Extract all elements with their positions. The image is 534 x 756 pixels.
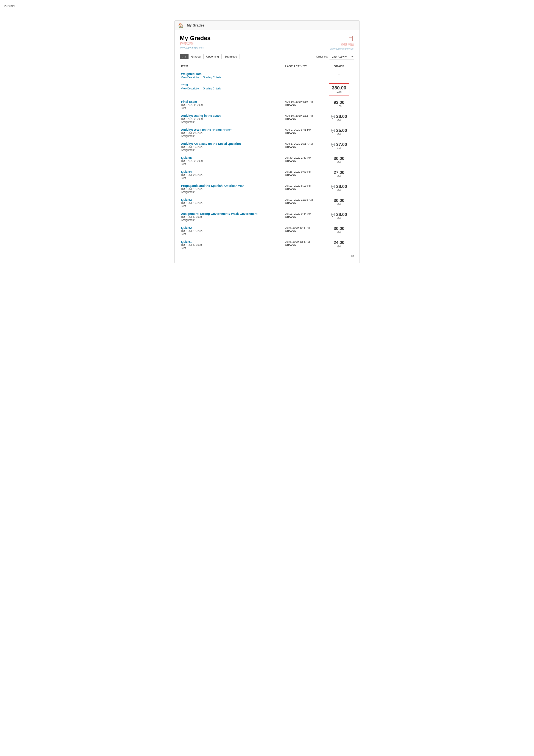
tab-graded[interactable]: Graded xyxy=(189,54,203,59)
activity-time: Jul 9, 2020 6:44 PM xyxy=(285,226,322,229)
grade-wrap: 💬28.00/30 xyxy=(325,114,353,122)
date-header: 2020/9/7 xyxy=(4,4,530,8)
item-name[interactable]: Quiz #3 xyxy=(181,198,283,202)
col-last-activity: LAST ACTIVITY xyxy=(284,63,324,70)
brand-name: 托谱网课 xyxy=(180,41,211,46)
item-type: Test xyxy=(181,247,283,250)
sub-link[interactable]: View Description xyxy=(181,76,200,79)
item-due: DUE: JUL 5, 2020 xyxy=(181,216,283,219)
grade-cell: 24.00/30 xyxy=(324,238,354,252)
pagination: 1/2 xyxy=(351,255,354,258)
grade-cell: 27.00/30 xyxy=(324,168,354,182)
table-row: Quiz #3DUE: JUL 19, 2020TestJul 17, 2020… xyxy=(180,196,354,210)
item-cell: Quiz #1DUE: JUL 5, 2020Test xyxy=(180,238,284,252)
item-type: Test xyxy=(181,204,283,207)
item-name[interactable]: Quiz #2 xyxy=(181,226,283,230)
sub-link[interactable]: Grading Criteria xyxy=(203,76,221,79)
graded-badge: GRADED xyxy=(285,201,322,204)
item-name[interactable]: Assignment: Strong Government / Weak Gov… xyxy=(181,212,283,216)
activity-time: Jul 26, 2020 9:09 PM xyxy=(285,170,322,173)
item-type: Test xyxy=(181,162,283,166)
last-activity-cell: Jul 30, 2020 1:47 AMGRADED xyxy=(284,154,324,168)
last-activity-cell: Jul 26, 2020 9:09 PMGRADED xyxy=(284,168,324,182)
item-name[interactable]: Quiz #1 xyxy=(181,240,283,244)
graded-badge: GRADED xyxy=(285,117,322,120)
last-activity-cell: Aug 9, 2020 6:41 PMGRADED xyxy=(284,126,324,140)
item-due: DUE: AUG 2, 2020 xyxy=(181,118,283,121)
graded-badge: GRADED xyxy=(285,131,322,134)
grade-cell: 30.00/30 xyxy=(324,224,354,238)
total-grade-box: 380.00/410 xyxy=(329,83,349,95)
item-name[interactable]: Quiz #4 xyxy=(181,170,283,174)
comment-icon: 💬 xyxy=(331,185,335,189)
grade-total: /410 xyxy=(332,91,346,94)
table-header-row: ITEM LAST ACTIVITY GRADE xyxy=(180,63,354,70)
comment-icon: 💬 xyxy=(331,115,335,119)
grades-table: ITEM LAST ACTIVITY GRADE Weighted TotalV… xyxy=(180,63,354,252)
item-name[interactable]: Propaganda and the Spanish-American War xyxy=(181,184,283,187)
table-row: Quiz #4DUE: JUL 26, 2020TestJul 26, 2020… xyxy=(180,168,354,182)
grade-value: 30.00 xyxy=(334,156,344,161)
page-info: 1/2 xyxy=(180,254,354,259)
filter-tabs: All Graded Upcoming Submitted Order by: … xyxy=(180,54,354,60)
item-cell: Assignment: Strong Government / Weak Gov… xyxy=(180,210,284,224)
item-name[interactable]: Activity: An Essay on the Social Questio… xyxy=(181,142,283,146)
home-icon[interactable]: 🏠 xyxy=(178,23,184,28)
table-row: Activity: Dating in the 1950sDUE: AUG 2,… xyxy=(180,112,354,126)
grade-cell: 30.00/30 xyxy=(324,154,354,168)
tab-submitted[interactable]: Submitted xyxy=(222,54,240,59)
table-row: TotalView DescriptionGrading Criteria380… xyxy=(180,81,354,98)
comment-icon: 💬 xyxy=(331,129,335,133)
item-name[interactable]: Activity: Dating in the 1950s xyxy=(181,114,283,118)
brand-url: www.topwangke.com xyxy=(180,46,211,49)
item-name[interactable]: Final Exam xyxy=(181,100,283,103)
last-activity-cell: Jul 11, 2020 9:44 AMGRADED xyxy=(284,210,324,224)
grade-value: 28.00 xyxy=(336,114,347,119)
grades-header: My Grades 托谱网课 www.topwangke.com ⛩ 托谱网课 … xyxy=(180,35,354,50)
item-cell: Activity: WWII on the "Home Front"DUE: J… xyxy=(180,126,284,140)
grade-value: 37.00 xyxy=(336,142,347,147)
grade-total: /30 xyxy=(325,245,353,248)
item-due: DUE: AUG 9, 2020 xyxy=(181,103,283,106)
graded-badge: GRADED xyxy=(285,243,322,246)
tab-all[interactable]: All xyxy=(180,54,189,59)
item-name[interactable]: Weighted Total xyxy=(181,72,283,76)
grade-value: 30.00 xyxy=(334,226,344,231)
last-activity-cell: Jul 17, 2020 12:38 AMGRADED xyxy=(284,196,324,210)
sub-link[interactable]: View Description xyxy=(181,87,200,90)
sub-links: View DescriptionGrading Criteria xyxy=(181,76,283,79)
item-type: Assignment xyxy=(181,148,283,151)
top-bar: 🏠 My Grades xyxy=(175,21,360,30)
grade-value: 25.00 xyxy=(336,128,347,133)
grade-value: 27.00 xyxy=(334,170,344,175)
brand-url-right: www.topwangke.com xyxy=(330,47,354,50)
tab-upcoming[interactable]: Upcoming xyxy=(203,54,222,59)
graded-badge: GRADED xyxy=(285,145,322,148)
item-cell: Quiz #3DUE: JUL 19, 2020Test xyxy=(180,196,284,210)
item-name[interactable]: Total xyxy=(181,83,283,87)
sub-link[interactable]: Grading Criteria xyxy=(203,87,221,90)
item-name[interactable]: Quiz #5 xyxy=(181,156,283,159)
item-name[interactable]: Activity: WWII on the "Home Front" xyxy=(181,128,283,131)
item-cell: TotalView DescriptionGrading Criteria xyxy=(180,81,284,98)
item-cell: Quiz #4DUE: JUL 26, 2020Test xyxy=(180,168,284,182)
last-activity-cell: Jul 9, 2020 6:44 PMGRADED xyxy=(284,224,324,238)
item-due: DUE: JUL 26, 2020 xyxy=(181,131,283,134)
item-due: DUE: JUL 5, 2020 xyxy=(181,244,283,247)
grade-value: 28.00 xyxy=(336,212,347,217)
order-select[interactable]: Last Activity Course Order Due Date xyxy=(329,54,354,60)
activity-time: Jul 30, 2020 1:47 AM xyxy=(285,156,322,159)
grade-total: /30 xyxy=(325,119,353,122)
item-cell: Quiz #2DUE: JUL 12, 2020Test xyxy=(180,224,284,238)
grade-wrap: 27.00/30 xyxy=(325,170,353,178)
topbar-title: My Grades xyxy=(187,23,205,27)
grade-wrap: 💬37.00/40 xyxy=(325,142,353,150)
grade-cell: 30.00/30 xyxy=(324,196,354,210)
grade-cell: 💬25.00/30 xyxy=(324,126,354,140)
grade-value: - xyxy=(339,72,340,77)
item-type: Test xyxy=(181,106,283,109)
grade-wrap: 30.00/30 xyxy=(325,226,353,234)
item-type: Assignment xyxy=(181,134,283,138)
comment-icon: 💬 xyxy=(331,143,335,147)
grade-total: /30 xyxy=(325,161,353,164)
